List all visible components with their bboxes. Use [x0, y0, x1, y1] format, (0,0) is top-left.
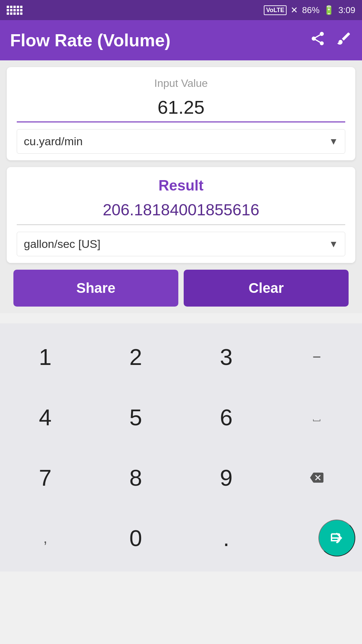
input-unit-dropdown[interactable]: cu.yard/min ▼ — [17, 129, 345, 154]
brush-icon[interactable] — [336, 31, 352, 50]
battery-percentage: 86% — [302, 5, 319, 15]
status-bar-left — [7, 6, 22, 15]
key-4[interactable]: 4 — [0, 387, 90, 447]
key-dot[interactable]: . — [181, 508, 272, 568]
time-display: 3:09 — [338, 5, 355, 15]
status-bar-right: VoLTE ✕ 86% 🔋 3:09 — [264, 5, 355, 15]
share-icon[interactable] — [310, 31, 326, 50]
key-comma[interactable]: , — [0, 508, 90, 568]
signal-icon: ✕ — [291, 5, 298, 15]
key-enter[interactable] — [318, 520, 355, 556]
keyboard-icon — [7, 6, 22, 15]
key-5[interactable]: 5 — [90, 387, 181, 447]
key-6[interactable]: 6 — [181, 387, 272, 447]
result-label: Result — [17, 177, 345, 194]
input-dropdown-arrow: ▼ — [329, 136, 338, 147]
keyboard: 1 2 3 − 4 5 6 ⎵ 7 8 9 , 0 . — [0, 323, 362, 572]
key-1[interactable]: 1 — [0, 327, 90, 387]
status-bar: VoLTE ✕ 86% 🔋 3:09 — [0, 0, 362, 20]
app-bar: Flow Rate (Volume) — [0, 20, 362, 60]
keyboard-row-1: 1 2 3 − — [0, 327, 362, 387]
input-label: Input Value — [17, 77, 345, 90]
keyboard-row-3: 7 8 9 — [0, 447, 362, 508]
key-enter-wrap — [272, 508, 362, 568]
key-minus[interactable]: − — [272, 327, 362, 387]
key-3[interactable]: 3 — [181, 327, 272, 387]
result-unit-label: gallon/sec [US] — [24, 237, 101, 251]
key-7[interactable]: 7 — [0, 447, 90, 508]
key-backspace[interactable] — [272, 447, 362, 508]
result-unit-dropdown[interactable]: gallon/sec [US] ▼ — [17, 232, 345, 256]
key-2[interactable]: 2 — [90, 327, 181, 387]
result-dropdown-arrow: ▼ — [329, 239, 338, 250]
input-field[interactable] — [17, 96, 345, 122]
keyboard-row-4: , 0 . — [0, 508, 362, 568]
key-9[interactable]: 9 — [181, 447, 272, 508]
keyboard-row-2: 4 5 6 ⎵ — [0, 387, 362, 447]
action-buttons: Share Clear — [7, 270, 355, 307]
key-0[interactable]: 0 — [90, 508, 181, 568]
key-space[interactable]: ⎵ — [272, 387, 362, 447]
battery-icon: 🔋 — [323, 5, 334, 15]
share-button[interactable]: Share — [13, 270, 178, 307]
result-card: Result 206.18184001855616 gallon/sec [US… — [7, 167, 355, 263]
main-content: Input Value cu.yard/min ▼ Result 206.181… — [0, 60, 362, 313]
result-value: 206.18184001855616 — [17, 201, 345, 225]
app-title: Flow Rate (Volume) — [10, 30, 171, 50]
input-unit-label: cu.yard/min — [24, 135, 83, 148]
input-card: Input Value cu.yard/min ▼ — [7, 67, 355, 160]
clear-button[interactable]: Clear — [184, 270, 349, 307]
volte-indicator: VoLTE — [264, 5, 287, 15]
app-bar-actions — [310, 31, 352, 50]
key-8[interactable]: 8 — [90, 447, 181, 508]
